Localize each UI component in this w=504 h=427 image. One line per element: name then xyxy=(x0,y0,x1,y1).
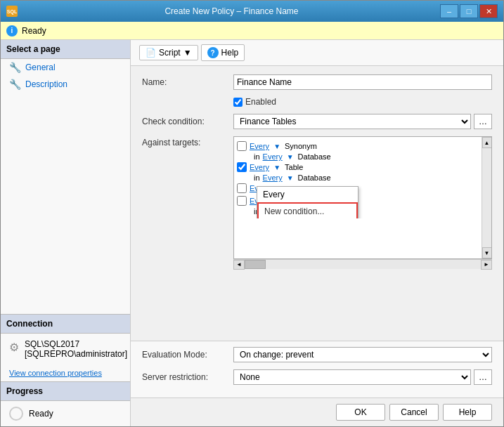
sidebar-item-label-general: General xyxy=(25,63,56,72)
scroll-track xyxy=(482,148,491,247)
table-in-every-link[interactable]: Every xyxy=(263,173,283,182)
synonym-in-db: Database xyxy=(298,152,331,161)
maximize-button[interactable]: □ xyxy=(460,4,478,18)
synonym-in-every-link[interactable]: Every xyxy=(263,152,283,161)
synonym-every-link[interactable]: Every xyxy=(250,142,269,150)
connection-user: [SQLREPRO\administrator] xyxy=(25,349,127,359)
targets-inner: Every ▼ Synonym in Every ▼ Database xyxy=(234,137,491,218)
help-button[interactable]: ? Help xyxy=(201,44,245,61)
hscroll-track xyxy=(245,260,481,269)
progress-header: Progress xyxy=(1,381,130,401)
server-restriction-select-group: None … xyxy=(233,369,492,385)
horizontal-scrollbar[interactable]: ◄ ► xyxy=(233,259,492,269)
status-icon: i xyxy=(6,25,18,37)
table-in-arrow[interactable]: ▼ xyxy=(285,174,295,182)
table-every-link[interactable]: Every xyxy=(250,163,269,171)
table-in-db: Database xyxy=(298,173,331,182)
table-row: in Every ▼ Database Every New condition.… xyxy=(237,173,489,182)
synonym-checkbox[interactable] xyxy=(237,141,247,151)
ev-checkbox[interactable] xyxy=(237,183,247,193)
table-arrow[interactable]: ▼ xyxy=(272,164,282,171)
app-icon: SQL xyxy=(6,6,18,17)
hscroll-thumb[interactable] xyxy=(245,260,266,269)
right-panel: 📄 Script ▼ ? Help Name: xyxy=(131,40,503,426)
synonym-type: Synonym xyxy=(285,142,317,150)
check-condition-label: Check condition: xyxy=(142,117,233,126)
cancel-button[interactable]: Cancel xyxy=(389,404,439,421)
enabled-row: Enabled xyxy=(142,97,492,107)
progress-content: Ready xyxy=(1,401,130,426)
title-bar: SQL Create New Policy – Finance Name – □… xyxy=(1,1,503,22)
against-targets-label: Against targets: xyxy=(142,136,233,269)
script-icon: 📄 xyxy=(146,48,156,58)
description-icon: 🔧 xyxy=(9,79,21,90)
check-condition-row: Check condition: Finance Tables … xyxy=(142,114,492,129)
against-targets-row: Against targets: Every ▼ Synonym xyxy=(142,136,492,269)
scroll-left-button[interactable]: ◄ xyxy=(233,260,245,270)
vertical-scrollbar[interactable]: ▲ ▼ xyxy=(482,137,491,258)
view-connection-properties-link[interactable]: View connection properties xyxy=(1,364,130,381)
dropdown-item-new-condition[interactable]: New condition... xyxy=(257,202,358,218)
table-type: Table xyxy=(285,163,303,171)
connection-info: ⚙ SQL\SQL2017 [SQLREPRO\administrator] xyxy=(1,334,130,364)
connection-details: SQL\SQL2017 [SQLREPRO\administrator] xyxy=(25,339,127,359)
every-dropdown-menu: Every New condition... xyxy=(257,186,358,218)
connection-icon: ⚙ xyxy=(9,341,19,354)
name-input[interactable] xyxy=(233,74,492,90)
dropdown-item-every[interactable]: Every xyxy=(257,187,358,202)
scroll-right-button[interactable]: ► xyxy=(481,260,492,270)
check-condition-select[interactable]: Finance Tables xyxy=(233,114,471,129)
evaluation-mode-select[interactable]: On change: prevent xyxy=(233,347,492,362)
progress-spinner xyxy=(9,407,23,421)
server-restriction-label: Server restriction: xyxy=(142,372,233,382)
general-icon: 🔧 xyxy=(9,62,21,73)
synonym-in-arrow[interactable]: ▼ xyxy=(285,153,295,161)
main-window: SQL Create New Policy – Finance Name – □… xyxy=(0,0,504,427)
script-label: Script xyxy=(159,48,181,58)
minimize-button[interactable]: – xyxy=(440,4,458,18)
targets-container: Every ▼ Synonym in Every ▼ Database xyxy=(233,136,492,269)
help-action-button[interactable]: Help xyxy=(443,404,492,421)
main-content: Select a page 🔧 General 🔧 Description Co… xyxy=(1,40,503,426)
progress-text: Ready xyxy=(29,409,53,419)
synonym-arrow[interactable]: ▼ xyxy=(272,143,282,150)
scroll-down-button[interactable]: ▼ xyxy=(482,247,492,258)
connection-header: Connection xyxy=(1,314,130,334)
scroll-up-button[interactable]: ▲ xyxy=(482,137,492,148)
server-restriction-select[interactable]: None xyxy=(233,369,471,385)
check-condition-select-group: Finance Tables … xyxy=(233,114,492,129)
table-row: in Every ▼ Database xyxy=(237,152,489,161)
evaluation-mode-row: Evaluation Mode: On change: prevent xyxy=(142,347,492,362)
help-icon: ? xyxy=(207,47,219,58)
window-title: Create New Policy – Finance Name xyxy=(23,6,440,16)
form-area: Name: Enabled Check condition: Finance T… xyxy=(131,66,503,341)
table-row: Every ▼ Synonym xyxy=(237,140,489,152)
action-bar: OK Cancel Help xyxy=(131,398,503,426)
sidebar: Select a page 🔧 General 🔧 Description Co… xyxy=(1,40,131,426)
enabled-checkbox[interactable] xyxy=(233,98,243,107)
server-restriction-row: Server restriction: None … xyxy=(142,369,492,385)
sidebar-item-label-description: Description xyxy=(25,79,67,89)
ok-button[interactable]: OK xyxy=(336,404,385,421)
table-checkbox[interactable] xyxy=(237,162,247,172)
targets-box: Every ▼ Synonym in Every ▼ Database xyxy=(233,136,492,259)
script-dropdown-icon: ▼ xyxy=(183,48,192,58)
name-label: Name: xyxy=(142,77,233,87)
table-row: Every ▼ Table xyxy=(237,161,489,173)
server-restriction-browse-button[interactable]: … xyxy=(474,369,492,385)
toolbar: 📄 Script ▼ ? Help xyxy=(131,40,503,66)
bottom-form: Evaluation Mode: On change: prevent Serv… xyxy=(131,341,503,398)
udt-checkbox[interactable] xyxy=(237,196,247,206)
sidebar-item-description[interactable]: 🔧 Description xyxy=(1,76,130,93)
sidebar-bottom: Connection ⚙ SQL\SQL2017 [SQLREPRO\admin… xyxy=(1,314,130,426)
name-row: Name: xyxy=(142,74,492,90)
table-in-text: in xyxy=(254,173,260,182)
sidebar-item-general[interactable]: 🔧 General xyxy=(1,59,130,76)
check-condition-browse-button[interactable]: … xyxy=(474,114,492,129)
help-label: Help xyxy=(221,48,239,58)
script-button[interactable]: 📄 Script ▼ xyxy=(139,45,198,60)
window-controls: – □ ✕ xyxy=(440,4,498,18)
select-page-header: Select a page xyxy=(1,40,130,59)
close-button[interactable]: ✕ xyxy=(479,4,498,18)
connection-server: SQL\SQL2017 xyxy=(25,339,127,349)
